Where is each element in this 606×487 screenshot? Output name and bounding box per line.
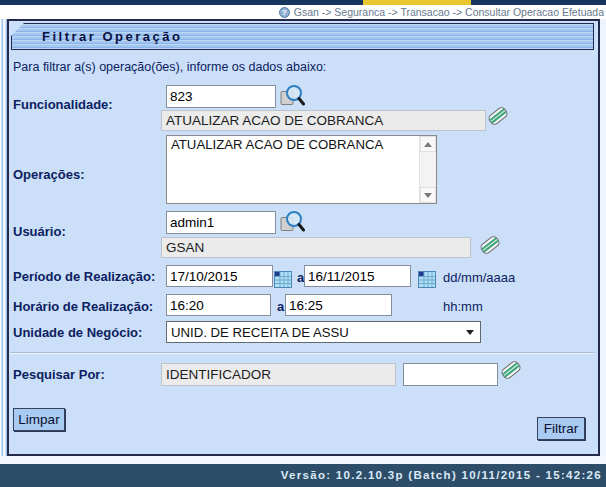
calendar-inicio-icon[interactable] xyxy=(274,271,292,288)
horario-label: Horário de Realização: xyxy=(13,299,153,314)
periodo-fim-input[interactable] xyxy=(304,265,411,287)
funcionalidade-description: ATUALIZAR ACAO DE COBRANCA xyxy=(161,110,486,131)
filtrar-operacao-panel: Filtrar Operação Para filtrar a(s) opera… xyxy=(7,19,600,456)
pesquisar-valor-input[interactable] xyxy=(403,363,498,386)
page-title: Filtrar Operação xyxy=(42,29,182,44)
filtrar-button[interactable]: Filtrar xyxy=(537,417,585,440)
unidade-negocio-label: Unidade de Negócio: xyxy=(13,325,142,340)
listbox-scrollbar[interactable] xyxy=(419,136,436,203)
left-frame-strip xyxy=(0,19,7,464)
horario-separator: a xyxy=(277,299,284,314)
breadcrumb: Gsan -> Seguranca -> Transacao -> Consul… xyxy=(294,6,604,18)
periodo-label: Período de Realização: xyxy=(13,269,155,284)
funcionalidade-label: Funcionalidade: xyxy=(13,97,113,112)
unidade-negocio-select[interactable]: UNID. DE RECEITA DE ASSU xyxy=(166,321,481,343)
scroll-down-icon[interactable] xyxy=(420,187,436,203)
periodo-format-hint: dd/mm/aaaa xyxy=(443,270,515,285)
funcionalidade-input[interactable] xyxy=(166,85,276,108)
right-frame-strip xyxy=(600,19,606,464)
pesquisar-erase-icon[interactable] xyxy=(499,358,525,384)
calendar-fim-icon[interactable] xyxy=(418,271,436,288)
intro-text: Para filtrar a(s) operação(ões), informe… xyxy=(13,60,326,74)
funcionalidade-search-icon[interactable] xyxy=(279,83,305,109)
horario-format-hint: hh:mm xyxy=(443,299,483,314)
version-text: Versão: 10.2.10.3p (Batch) 10/11/2015 - … xyxy=(281,469,602,481)
usuario-input[interactable] xyxy=(166,211,276,234)
usuario-label: Usuário: xyxy=(13,224,66,239)
operacoes-listbox[interactable]: ATUALIZAR ACAO DE COBRANCA xyxy=(166,135,437,204)
gsan-filtrar-operacao-screen: ? Gsan -> Seguranca -> Transacao -> Cons… xyxy=(0,0,606,487)
operacoes-label: Operações: xyxy=(13,167,85,182)
horario-inicio-input[interactable] xyxy=(166,294,271,316)
pesquisar-por-label: Pesquisar Por: xyxy=(13,367,105,382)
usuario-erase-icon[interactable] xyxy=(478,233,504,259)
horario-fim-input[interactable] xyxy=(285,294,392,316)
operacoes-option[interactable]: ATUALIZAR ACAO DE COBRANCA xyxy=(167,136,436,153)
scroll-up-icon[interactable] xyxy=(420,136,436,152)
unidade-negocio-selected-value: UNID. DE RECEITA DE ASSU xyxy=(171,325,349,340)
chevron-down-icon xyxy=(466,330,474,335)
panel-title-bar: Filtrar Operação xyxy=(11,23,594,50)
usuario-description: GSAN xyxy=(161,237,471,258)
section-divider xyxy=(10,352,595,354)
breadcrumb-row: ? Gsan -> Seguranca -> Transacao -> Cons… xyxy=(0,5,606,19)
limpar-button[interactable]: Limpar xyxy=(13,408,65,431)
version-status-bar: Versão: 10.2.10.3p (Batch) 10/11/2015 - … xyxy=(0,464,606,487)
pesquisar-por-selected: IDENTIFICADOR xyxy=(161,363,396,386)
footer-gap xyxy=(0,456,606,464)
usuario-search-icon[interactable] xyxy=(279,209,305,235)
funcionalidade-erase-icon[interactable] xyxy=(486,104,512,130)
help-icon[interactable]: ? xyxy=(279,7,290,18)
periodo-inicio-input[interactable] xyxy=(166,265,273,287)
